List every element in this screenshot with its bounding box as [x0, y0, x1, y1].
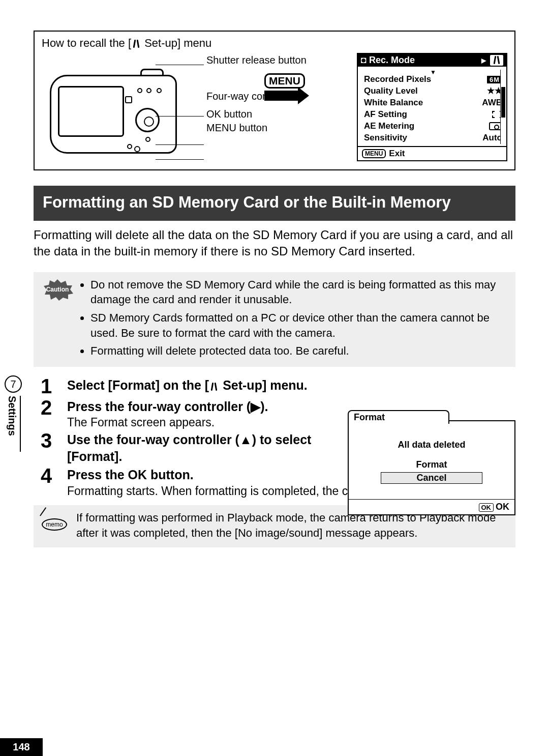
format-tab: Format	[348, 410, 449, 424]
section-heading: Formatting an SD Memory Card or the Buil…	[34, 186, 515, 221]
callout-fourway: Four-way controller	[206, 90, 257, 103]
caution-icon: Caution	[41, 278, 74, 301]
tools-icon	[132, 40, 140, 48]
lcd-title: Rec. Mode	[369, 55, 415, 66]
memo-icon: memo	[41, 511, 69, 532]
caution-block: Caution Do not remove the SD Memory Card…	[34, 272, 515, 367]
step-1: 1 Select [Format] on the [ Set-up] menu.	[41, 377, 515, 396]
page-number: 148	[0, 738, 43, 756]
intro-paragraph: Formatting will delete all the data on t…	[34, 227, 515, 260]
arrow-right-icon	[264, 91, 300, 101]
scrollbar	[500, 70, 505, 144]
lcd-rec-mode: ◘ Rec. Mode ▶ ▼ Recorded Pixels6M Qualit…	[357, 53, 507, 161]
lcd-exit-label: Exit	[389, 149, 405, 159]
caution-item: SD Memory Cards formatted on a PC or dev…	[90, 310, 508, 340]
ok-label: OK	[496, 502, 509, 512]
triangle-right-icon: ▶	[481, 57, 486, 64]
tools-icon	[210, 383, 218, 391]
menu-badge: MENU	[362, 149, 386, 158]
chapter-number: 7	[5, 375, 22, 393]
callout-ok: OK button	[206, 108, 267, 121]
diagram-title: How to recall the [ Set-up] menu	[42, 37, 507, 50]
side-tab: 7 Settings	[0, 375, 26, 452]
format-screen-inset: Format All data deleted Format Cancel OK…	[348, 420, 515, 515]
camera-illustration	[50, 60, 187, 156]
camera-icon: ◘	[361, 55, 367, 66]
chapter-label: Settings	[6, 396, 21, 452]
caution-item: Formatting will delete protected data to…	[90, 343, 508, 359]
recall-menu-diagram: How to recall the [ Set-up] menu Shutter…	[34, 31, 515, 170]
ok-badge: OK	[479, 503, 494, 512]
callout-menu: MENU button	[206, 122, 267, 134]
tab-tools-icon	[490, 55, 503, 66]
format-msg: All data deleted	[398, 440, 465, 450]
callout-shutter: Shutter release button	[206, 54, 252, 67]
cancel-option-selected: Cancel	[381, 472, 482, 484]
format-option: Format	[381, 459, 482, 470]
callouts: Shutter release button Four-way controll…	[206, 56, 267, 135]
menu-button-badge: MENU	[264, 73, 305, 89]
caution-item: Do not remove the SD Memory Card while t…	[90, 277, 508, 307]
